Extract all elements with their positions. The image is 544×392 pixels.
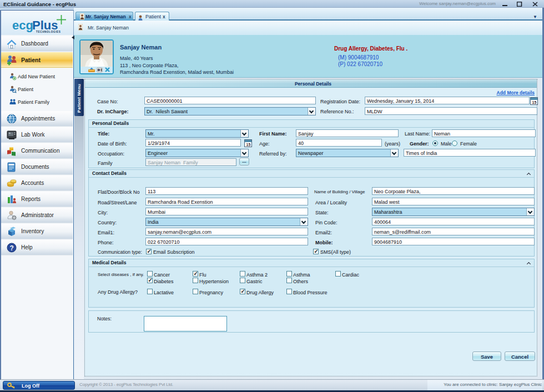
svg-text:ecg: ecg [12, 18, 33, 32]
svg-text:TECHNOLOGIES: TECHNOLOGIES [36, 31, 61, 33]
svg-text:?: ? [10, 244, 14, 252]
